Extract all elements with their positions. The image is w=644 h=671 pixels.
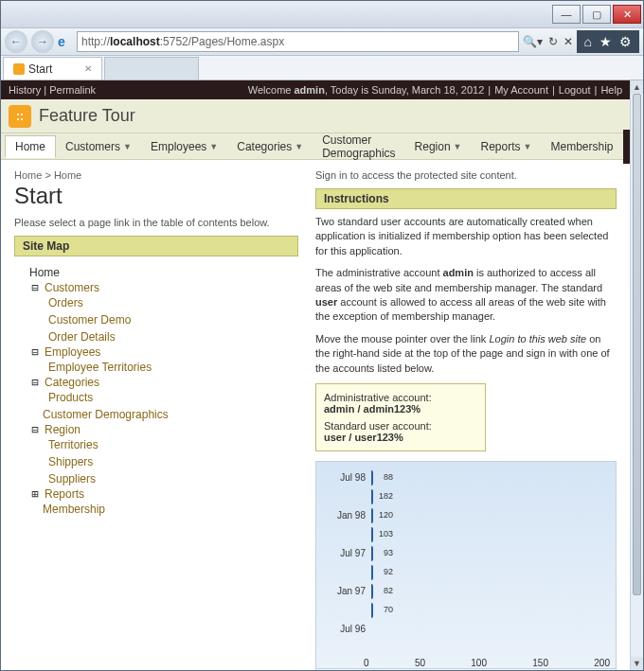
- collapse-icon[interactable]: ⊟: [29, 376, 41, 389]
- address-bar[interactable]: http://localhost:5752/Pages/Home.aspx: [77, 31, 519, 52]
- chart-bar-value: 88: [384, 472, 393, 482]
- chart-x-tick: 100: [471, 658, 487, 668]
- menu-employees[interactable]: Employees▼: [141, 136, 227, 157]
- ie-logo-icon: e: [58, 34, 73, 49]
- chart-y-label: Jan 98: [326, 510, 366, 521]
- tree-membership[interactable]: Membership: [18, 501, 295, 518]
- chart-bar-row: 103: [371, 526, 373, 543]
- maximize-button[interactable]: ▢: [582, 5, 611, 24]
- minimize-button[interactable]: —: [552, 5, 581, 24]
- menu-membership[interactable]: Membership: [541, 136, 622, 157]
- favorites-icon[interactable]: ★: [599, 34, 612, 49]
- collapse-icon[interactable]: ⊟: [29, 423, 41, 436]
- vertical-scrollbar[interactable]: ▲ ▼: [630, 80, 643, 670]
- permalink-link[interactable]: Permalink: [49, 84, 96, 96]
- tree-employees[interactable]: Employees: [45, 344, 100, 361]
- menu-home[interactable]: Home: [5, 135, 56, 158]
- tree-region[interactable]: Region: [45, 421, 80, 438]
- scroll-up-icon[interactable]: ▲: [631, 80, 643, 94]
- chart-y-label: Jan 97: [326, 586, 366, 596]
- url-host: localhost: [110, 35, 160, 48]
- instructions-para3: Move the mouse pointer over the link Log…: [315, 332, 617, 376]
- my-account-link[interactable]: My Account: [494, 84, 548, 96]
- chart-bar: 103: [371, 527, 373, 542]
- app-title: Feature Tour: [39, 106, 135, 126]
- browser-navbar: ← → e http://localhost:5752/Pages/Home.a…: [1, 27, 643, 56]
- chart-y-label: Jul 98: [326, 472, 366, 483]
- tree-categories[interactable]: Categories: [45, 374, 99, 391]
- chart-bar: 88: [371, 470, 373, 486]
- tab-title: Start: [28, 62, 52, 76]
- menu-reports[interactable]: Reports▼: [472, 136, 542, 157]
- browser-tabstrip: Start ✕: [1, 56, 643, 80]
- back-button[interactable]: ←: [5, 30, 27, 53]
- main-menu: Home Customers▼ Employees▼ Categories▼ C…: [1, 133, 630, 160]
- chart-x-tick: 50: [415, 658, 425, 668]
- instructions-para2: The administrative account admin is auth…: [315, 266, 617, 325]
- chart-bar-value: 182: [379, 491, 393, 501]
- tree-reports[interactable]: Reports: [45, 486, 84, 503]
- tree-customers[interactable]: Customers: [45, 279, 99, 296]
- page-title: Start: [14, 183, 298, 209]
- menu-categories[interactable]: Categories▼: [227, 136, 313, 157]
- tree-territories[interactable]: Territories: [18, 436, 295, 453]
- chart-bar: 182: [371, 489, 373, 504]
- close-button[interactable]: ✕: [613, 5, 641, 24]
- chart-bar-value: 120: [379, 510, 393, 520]
- chart-bar: 92: [371, 565, 373, 580]
- monthly-chart: Jul 9888182Jan 98120103Jul 979392Jan 978…: [315, 461, 617, 669]
- history-link[interactable]: History: [9, 84, 41, 96]
- chart-bar: 70: [371, 603, 373, 618]
- collapse-icon[interactable]: ⊟: [29, 345, 41, 359]
- browser-tab[interactable]: Start ✕: [3, 57, 102, 79]
- right-instruction: Sign in to access the protected site con…: [315, 169, 617, 181]
- tree-shippers[interactable]: Shippers: [18, 453, 295, 470]
- chart-y-label: Jul 97: [326, 548, 366, 558]
- url-path: :5752/Pages/Home.aspx: [160, 35, 284, 48]
- instructions-para1: Two standard user accounts are automatic…: [315, 215, 617, 258]
- tab-close-icon[interactable]: ✕: [84, 63, 92, 74]
- expand-icon[interactable]: ⊞: [29, 487, 41, 501]
- stop-icon[interactable]: ✕: [564, 35, 573, 48]
- scroll-thumb[interactable]: [633, 94, 641, 595]
- search-icon[interactable]: 🔍▾: [523, 35, 543, 48]
- chart-bar-row: Jan 98120: [371, 507, 373, 524]
- collapse-icon[interactable]: ⊟: [29, 281, 41, 294]
- menu-customers[interactable]: Customers▼: [56, 136, 141, 157]
- app-top-bar: History | Permalink Welcome admin, Today…: [1, 80, 630, 99]
- tools-icon[interactable]: ⚙: [619, 34, 632, 49]
- forward-button[interactable]: →: [31, 30, 54, 53]
- chart-x-tick: 150: [532, 658, 548, 668]
- sitemap-header: Site Map: [14, 236, 298, 256]
- chart-bar-value: 70: [384, 605, 393, 614]
- url-scheme: http://: [81, 35, 110, 48]
- chart-bar: 120: [371, 508, 373, 523]
- help-link[interactable]: Help: [600, 84, 622, 96]
- menu-region[interactable]: Region▼: [405, 136, 472, 157]
- chart-bar-row: Jul 9888: [371, 469, 373, 486]
- scroll-down-icon[interactable]: ▼: [631, 657, 643, 670]
- new-tab-button[interactable]: [104, 57, 199, 79]
- chart-bar-row: Jul 9793: [371, 545, 373, 562]
- chart-bar-row: 92: [371, 564, 373, 581]
- chart-bar: 93: [371, 546, 373, 561]
- chart-y-label: Jul 96: [326, 624, 366, 634]
- chart-bar-value: 93: [384, 548, 393, 557]
- window-titlebar: — ▢ ✕: [1, 1, 643, 27]
- chart-bar-row: 182: [371, 488, 373, 505]
- left-instruction: Please select a page link in the table o…: [14, 217, 298, 228]
- chart-x-tick: 200: [594, 658, 610, 668]
- tree-products[interactable]: Products: [18, 389, 295, 406]
- instructions-header: Instructions: [315, 188, 617, 209]
- tree-customer-demo[interactable]: Customer Demo: [18, 311, 295, 328]
- chart-footer: Showing 1-830 of 830 items: [315, 669, 617, 670]
- refresh-icon[interactable]: ↻: [548, 35, 558, 48]
- chart-bar-value: 82: [384, 586, 393, 595]
- menu-site-actions[interactable]: Site Actions ▼: [623, 130, 631, 164]
- sitemap-tree: Home ⊟Customers Orders Customer Demo Ord…: [14, 256, 298, 525]
- home-icon[interactable]: ⌂: [584, 34, 592, 49]
- menu-demographics[interactable]: Customer Demographics: [313, 130, 404, 164]
- logout-link[interactable]: Logout: [559, 84, 591, 96]
- chart-bar-row: Jan 9782: [371, 583, 373, 600]
- tree-orders[interactable]: Orders: [18, 294, 295, 311]
